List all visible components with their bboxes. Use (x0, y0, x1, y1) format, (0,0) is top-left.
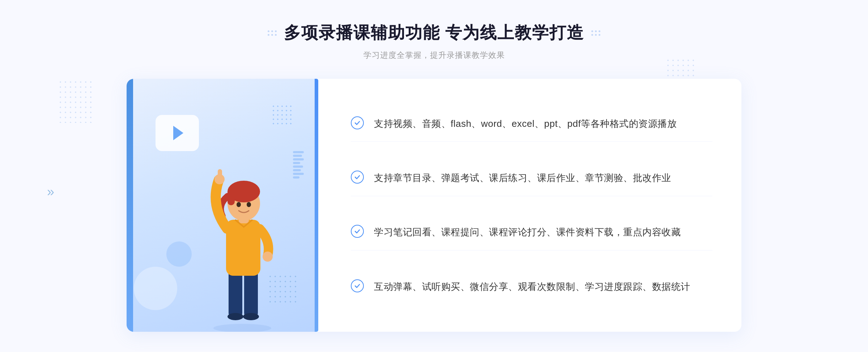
svg-rect-1 (229, 270, 242, 317)
svg-point-4 (243, 313, 259, 320)
main-content-card: 支持视频、音频、flash、word、excel、ppt、pdf等各种格式的资源… (127, 79, 741, 332)
svg-rect-11 (218, 169, 222, 181)
page-container: » 多项录播课辅助功能 专为线上教学打造 (0, 0, 868, 352)
dot (591, 34, 593, 36)
page-subtitle: 学习进度全掌握，提升录播课教学效果 (268, 50, 601, 61)
illus-circles (134, 252, 192, 310)
feature-text-1: 支持视频、音频、flash、word、excel、ppt、pdf等各种格式的资源… (374, 116, 677, 132)
dot (275, 34, 277, 36)
svg-rect-2 (244, 270, 258, 317)
header-title-row: 多项录播课辅助功能 专为线上教学打造 (268, 22, 601, 44)
person-illustration (188, 133, 297, 332)
dot (599, 30, 600, 32)
check-circle-icon-4 (351, 279, 364, 292)
dot (591, 30, 593, 32)
dots-decoration-left (58, 80, 94, 123)
svg-point-12 (263, 252, 273, 262)
checkmark-svg-2 (354, 173, 361, 181)
page-title: 多项录播课辅助功能 专为线上教学打造 (284, 22, 584, 44)
dot (599, 34, 600, 36)
dot (271, 34, 273, 36)
feature-item-1: 支持视频、音频、flash、word、excel、ppt、pdf等各种格式的资源… (351, 106, 712, 142)
header-section: 多项录播课辅助功能 专为线上教学打造 学习进度全掌握，提升录播课教学效果 (268, 22, 601, 61)
features-panel: 支持视频、音频、flash、word、excel、ppt、pdf等各种格式的资源… (315, 79, 741, 332)
dot (275, 30, 277, 32)
checkmark-svg-4 (354, 282, 361, 289)
feature-text-2: 支持章节目录、弹题考试、课后练习、课后作业、章节测验、批改作业 (374, 171, 671, 186)
dot (595, 34, 597, 36)
svg-point-13 (237, 202, 241, 207)
check-circle-icon-3 (351, 225, 364, 238)
svg-point-0 (213, 324, 271, 332)
checkmark-svg-3 (354, 228, 361, 235)
check-circle-icon-1 (351, 116, 364, 129)
feature-item-2: 支持章节目录、弹题考试、课后练习、课后作业、章节测验、批改作业 (351, 160, 712, 196)
check-circle-icon-2 (351, 171, 364, 184)
checkmark-svg-1 (354, 119, 361, 126)
svg-point-3 (227, 313, 243, 320)
dot (268, 34, 269, 36)
circle-large (134, 267, 177, 310)
blue-accent-bar (127, 79, 133, 332)
feature-item-3: 学习笔记回看、课程提问、课程评论打分、课件资料下载，重点内容收藏 (351, 215, 712, 250)
header-dots-left (268, 30, 277, 36)
feature-item-4: 互动弹幕、试听购买、微信分享、观看次数限制、学习进度跟踪、数据统计 (351, 269, 712, 305)
dot (268, 30, 269, 32)
chevron-left-decoration: » (47, 184, 54, 199)
svg-point-14 (247, 202, 251, 207)
feature-text-3: 学习笔记回看、课程提问、课程评论打分、课件资料下载，重点内容收藏 (374, 225, 681, 240)
header-dots-right (591, 30, 600, 36)
dot (271, 30, 273, 32)
feature-text-4: 互动弹幕、试听购买、微信分享、观看次数限制、学习进度跟踪、数据统计 (374, 279, 690, 295)
illustration-panel (127, 79, 315, 332)
dot (595, 30, 597, 32)
play-triangle-icon (173, 126, 183, 140)
right-accent-bar (315, 79, 318, 332)
illus-dots-top (271, 104, 293, 126)
